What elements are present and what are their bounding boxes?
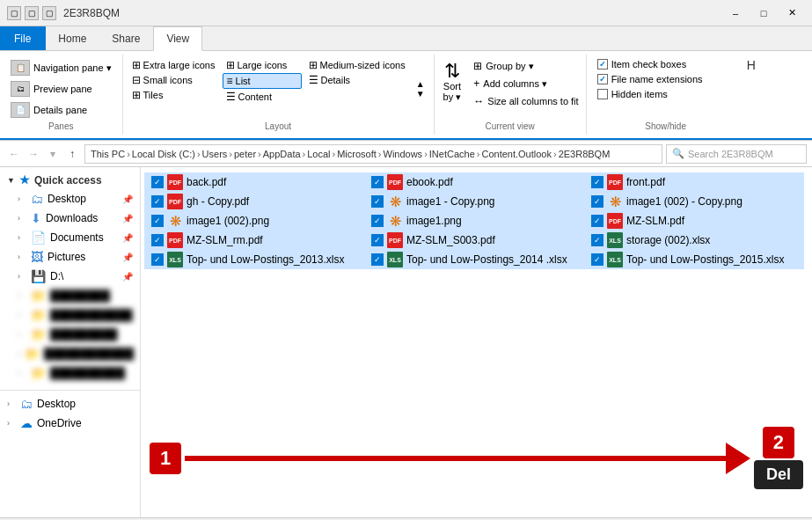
sidebar-blurred-1[interactable]: › 📁 ████████ (0, 286, 140, 305)
file-name: MZ-SLM_rm.pdf (187, 234, 263, 246)
ribbon-content: 📋 Navigation pane ▾ 🗂 Preview pane 📄 Det… (0, 51, 812, 140)
file-checkbox[interactable]: ✓ (151, 215, 164, 227)
path-appdata[interactable]: AppData (263, 149, 301, 159)
list-item[interactable]: ✓❋image1 - Copy.png (364, 192, 584, 211)
ribbon-expand-button[interactable]: H (747, 58, 756, 72)
panes-group-label: Panes (5, 120, 117, 131)
search-box[interactable]: 🔍 Search 2E3R8BQM (666, 144, 807, 164)
add-columns-button[interactable]: + Add columns ▾ (470, 76, 582, 92)
navigation-pane-button[interactable]: 📋 Navigation pane ▾ (5, 58, 117, 77)
path-peter[interactable]: peter (234, 149, 256, 159)
file-name: Top- und Low-Postings_2013.xlsx (187, 253, 344, 266)
file-checkbox[interactable]: ✓ (591, 234, 604, 246)
list-item[interactable]: ✓PDFgh - Copy.pdf (144, 192, 364, 211)
layout-medium-icons[interactable]: ⊞ Medium-sized icons (305, 58, 409, 72)
tab-view[interactable]: View (153, 26, 202, 51)
group-by-button[interactable]: ⊞ Group by ▾ (470, 58, 582, 74)
path-content-outlook[interactable]: Content.Outlook (481, 149, 552, 159)
close-button[interactable]: ✕ (779, 4, 805, 22)
list-item[interactable]: ✓PDFMZ-SLM_rm.pdf (144, 231, 364, 250)
file-checkbox[interactable]: ✓ (371, 253, 384, 266)
path-windows[interactable]: Windows (384, 149, 423, 159)
layout-tiles[interactable]: ⊞ Tiles (128, 88, 219, 102)
list-item[interactable]: ✓PDFMZ-SLM.pdf (584, 211, 804, 231)
tab-share[interactable]: Share (99, 26, 153, 50)
list-item[interactable]: ✓PDFebook.pdf (364, 172, 584, 192)
path-microsoft[interactable]: Microsoft (337, 149, 377, 159)
sidebar-item-desktop[interactable]: › 🗂 Desktop 📌 (0, 189, 140, 209)
path-folder[interactable]: 2E3R8BQM (559, 149, 611, 159)
path-local-disk[interactable]: Local Disk (C:) (132, 149, 195, 159)
file-checkbox[interactable]: ✓ (151, 253, 164, 266)
file-checkbox[interactable]: ✓ (151, 234, 164, 246)
list-item[interactable]: ✓❋image1.png (364, 211, 584, 231)
file-checkbox[interactable]: ✓ (591, 215, 604, 227)
list-item[interactable]: ✓PDFMZ-SLM_S003.pdf (364, 231, 584, 250)
path-users[interactable]: Users (202, 149, 228, 159)
file-checkbox[interactable]: ✓ (591, 253, 604, 266)
preview-pane-button[interactable]: 🗂 Preview pane (5, 79, 98, 99)
file-checkbox[interactable]: ✓ (151, 195, 164, 208)
file-name: image1 (002) - Copy.png (626, 195, 743, 208)
title-text: 2E3R8BQM (63, 7, 120, 19)
file-name: front.pdf (626, 176, 665, 188)
sidebar-blurred-3[interactable]: › 📁 █████████ (0, 325, 140, 344)
file-checkbox[interactable]: ✓ (371, 176, 384, 188)
file-checkbox[interactable]: ✓ (591, 176, 604, 188)
sidebar-item-downloads[interactable]: › ⬇ Downloads 📌 (0, 209, 140, 228)
file-name: storage (002).xlsx (626, 234, 710, 246)
list-item[interactable]: ✓❋image1 (002).png (144, 211, 364, 231)
layout-details[interactable]: ☰ Details (305, 73, 409, 87)
recent-button[interactable]: ▾ (44, 145, 62, 163)
item-checkboxes-toggle[interactable]: Item check boxes (594, 58, 738, 70)
path-inetcache[interactable]: INetCache (429, 149, 475, 159)
tab-file[interactable]: File (0, 26, 46, 50)
size-columns-button[interactable]: ↔ Size all columns to fit (470, 93, 582, 109)
restore-button[interactable]: □ (750, 4, 777, 22)
file-checkbox[interactable]: ✓ (151, 176, 164, 188)
sidebar-blurred-4[interactable]: › 📁 ████████████ (0, 344, 140, 363)
path-local[interactable]: Local (307, 149, 330, 159)
sidebar-item-onedrive[interactable]: › ☁ OneDrive (0, 414, 140, 433)
layout-large-icons[interactable]: ⊞ Large icons (223, 58, 302, 72)
file-checkbox[interactable]: ✓ (591, 195, 604, 208)
sidebar-item-desktop-bottom[interactable]: › 🗂 Desktop (0, 394, 140, 414)
sidebar-item-documents[interactable]: › 📄 Documents 📌 (0, 228, 140, 247)
forward-button[interactable]: → (25, 145, 42, 163)
file-checkbox[interactable]: ✓ (371, 195, 384, 208)
up-button[interactable]: ↑ (63, 145, 81, 163)
sort-by-button[interactable]: ⇅ Sort by ▾ (438, 58, 467, 106)
layout-content[interactable]: ☰ Content (223, 90, 302, 104)
quick-access-header[interactable]: ▼ ★ Quick access (0, 171, 140, 189)
layout-list[interactable]: ≡ List (223, 73, 302, 89)
file-checkbox[interactable]: ✓ (371, 234, 384, 246)
minimize-button[interactable]: – (722, 4, 749, 22)
item-checkboxes-checkbox (597, 59, 608, 70)
ribbon-tab-bar: File Home Share View (0, 26, 812, 51)
file-name: image1 (002).png (187, 215, 269, 227)
file-name: Top- und Low-Postings_2015.xlsx (626, 253, 784, 266)
list-item[interactable]: ✓XLSstorage (002).xlsx (584, 231, 804, 250)
sidebar-item-d-drive[interactable]: › 💾 D:\ 📌 (0, 267, 140, 286)
back-button[interactable]: ← (5, 145, 23, 163)
hidden-items-toggle[interactable]: Hidden items (594, 88, 738, 100)
layout-group-label: Layout (128, 120, 428, 131)
path-this-pc[interactable]: This PC (91, 149, 125, 159)
list-item[interactable]: ✓PDFfront.pdf (584, 172, 804, 192)
sidebar-blurred-5[interactable]: › 📁 ██████████ (0, 363, 140, 383)
tab-home[interactable]: Home (46, 26, 99, 50)
list-item[interactable]: ✓❋image1 (002) - Copy.png (584, 192, 804, 211)
list-item[interactable]: ✓XLSTop- und Low-Postings_2013.xlsx (144, 250, 364, 269)
list-item[interactable]: ✓XLSTop- und Low-Postings_2014 .xlsx (364, 250, 584, 269)
file-extensions-checkbox (597, 74, 608, 84)
list-item[interactable]: ✓XLSTop- und Low-Postings_2015.xlsx (584, 250, 804, 269)
list-item[interactable]: ✓PDFback.pdf (144, 172, 364, 192)
sidebar-item-pictures[interactable]: › 🖼 Pictures 📌 (0, 247, 140, 267)
address-path[interactable]: This PC › Local Disk (C:) › Users › pete… (84, 144, 662, 164)
layout-extra-large[interactable]: ⊞ Extra large icons (128, 58, 219, 72)
layout-small-icons[interactable]: ⊟ Small icons (128, 73, 219, 87)
sidebar-blurred-2[interactable]: › 📁 ███████████ (0, 305, 140, 325)
details-pane-button[interactable]: 📄 Details pane (5, 100, 92, 120)
file-checkbox[interactable]: ✓ (371, 215, 384, 227)
file-extensions-toggle[interactable]: File name extensions (594, 73, 738, 85)
